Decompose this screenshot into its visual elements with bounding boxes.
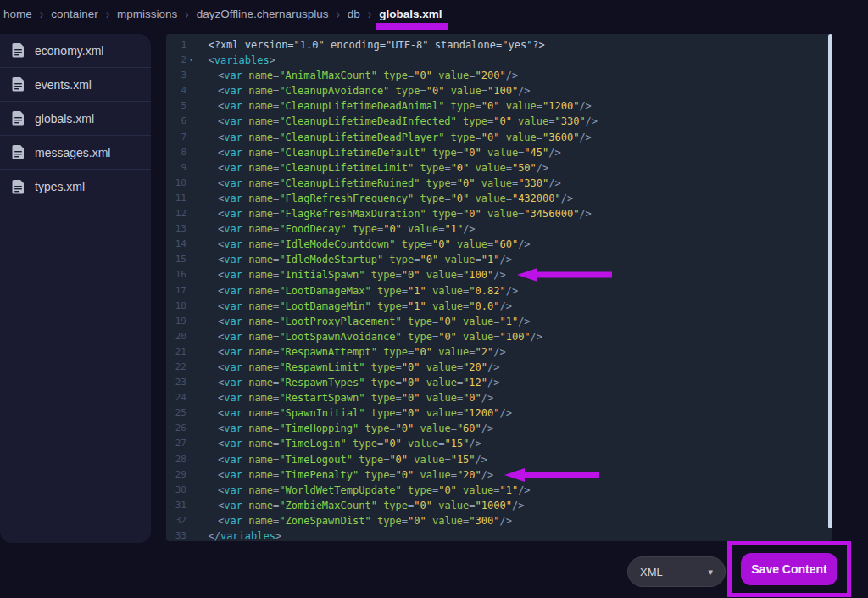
- sidebar-item-label: events.xml: [35, 78, 92, 92]
- code-line: 7<var name="CleanupLifetimeDeadPlayer" t…: [166, 130, 832, 145]
- code-editor[interactable]: 1 <?xml version="1.0" encoding="UTF-8" s…: [166, 34, 832, 541]
- breadcrumb-item-home[interactable]: home: [3, 8, 32, 20]
- annotation-arrow: [517, 268, 612, 282]
- sidebar-item-label: types.xml: [35, 180, 85, 193]
- code-line: 8<var name="CleanupLifetimeDefault" type…: [166, 145, 832, 160]
- breadcrumb-item-mpmissions[interactable]: mpmissions: [117, 8, 177, 20]
- breadcrumb-separator-icon: ›: [106, 6, 109, 22]
- annotation-save-highlight-box: Save Content: [727, 541, 851, 597]
- breadcrumb-separator-icon: ›: [336, 6, 339, 22]
- sidebar-item-label: economy.xml: [35, 44, 103, 58]
- code-line: 10<var name="CleanupLifetimeRuined" type…: [166, 176, 832, 191]
- code-line: 32<var name="ZoneSpawnDist" type="0" val…: [166, 513, 832, 528]
- sidebar-item-messages-xml[interactable]: messages.xml: [0, 136, 151, 170]
- code-line: 33 </variables>: [166, 528, 832, 541]
- breadcrumb: home›container›mpmissions›dayzOffline.ch…: [3, 0, 442, 27]
- code-line: 28<var name="TimeLogout" type="0" value=…: [166, 452, 832, 467]
- breadcrumb-separator-icon: ›: [40, 6, 43, 22]
- sidebar-item-types-xml[interactable]: types.xml: [0, 170, 151, 204]
- breadcrumb-item-db[interactable]: db: [348, 8, 360, 20]
- breadcrumb-item-dayzOffline-chernarusplus[interactable]: dayzOffline.chernarusplus: [197, 8, 329, 20]
- chevron-down-icon: ▾: [708, 567, 713, 578]
- code-line: 11<var name="FlagRefreshFrequency" type=…: [166, 191, 832, 206]
- code-line: 4<var name="CleanupAvoidance" type="0" v…: [166, 83, 832, 98]
- code-line: 2▾ <variables>: [166, 53, 832, 68]
- annotation-arrow: [504, 468, 599, 482]
- sidebar-item-events-xml[interactable]: events.xml: [0, 68, 151, 102]
- code-line: 31<var name="ZombieMaxCount" type="0" va…: [166, 498, 832, 513]
- code-line: 24<var name="RestartSpawn" type="0" valu…: [166, 390, 832, 405]
- file-icon: [12, 43, 25, 58]
- code-line: 27<var name="TimeLogin" type="0" value="…: [166, 436, 832, 451]
- code-line: 16<var name="InitialSpawn" type="0" valu…: [166, 267, 832, 282]
- file-icon: [12, 180, 25, 194]
- format-dropdown[interactable]: XML ▾: [627, 556, 726, 587]
- code-line: 21<var name="RespawnAttempt" type="0" va…: [166, 344, 832, 360]
- code-line: 1 <?xml version="1.0" encoding="UTF-8" s…: [166, 37, 832, 53]
- code-line: 14<var name="IdleModeCountdown" type="0"…: [166, 237, 832, 252]
- code-line: 18<var name="LootDamageMin" type="1" val…: [166, 299, 832, 314]
- code-line: 30<var name="WorldWetTempUpdate" type="0…: [166, 483, 832, 498]
- code-line: 29<var name="TimePenalty" type="0" value…: [166, 467, 832, 483]
- sidebar-item-label: messages.xml: [35, 146, 110, 159]
- code-line: 3<var name="AnimalMaxCount" type="0" val…: [166, 68, 832, 83]
- breadcrumb-item-container[interactable]: container: [51, 8, 98, 20]
- code-line: 17<var name="LootDamageMax" type="1" val…: [166, 283, 832, 299]
- code-line: 15<var name="IdleModeStartup" type="0" v…: [166, 252, 832, 267]
- file-icon: [12, 111, 25, 126]
- code-line: 26<var name="TimeHopping" type="0" value…: [166, 421, 832, 436]
- file-icon: [12, 145, 25, 159]
- sidebar-item-economy-xml[interactable]: economy.xml: [0, 34, 151, 68]
- code-line: 19<var name="LootProxyPlacement" type="0…: [166, 314, 832, 329]
- code-line: 22<var name="RespawnLimit" type="0" valu…: [166, 360, 832, 375]
- sidebar-item-label: globals.xml: [35, 112, 94, 126]
- sidebar-item-globals-xml[interactable]: globals.xml: [0, 102, 151, 136]
- annotation-underline: [376, 23, 448, 30]
- code-line: 13<var name="FoodDecay" type="0" value="…: [166, 221, 832, 237]
- code-line: 23<var name="RespawnTypes" type="0" valu…: [166, 375, 832, 390]
- file-sidebar: economy.xmlevents.xmlglobals.xmlmessages…: [0, 34, 151, 543]
- code-line: 9<var name="CleanupLifetimeLimit" type="…: [166, 160, 832, 176]
- code-line: 25<var name="SpawnInitial" type="0" valu…: [166, 405, 832, 421]
- save-content-button[interactable]: Save Content: [741, 553, 837, 585]
- breadcrumb-item-globals-xml[interactable]: globals.xml: [379, 8, 442, 20]
- code-line: 6<var name="CleanupLifetimeDeadInfected"…: [166, 114, 832, 129]
- code-line: 20<var name="LootSpawnAvoidance" type="0…: [166, 329, 832, 344]
- breadcrumb-separator-icon: ›: [368, 6, 371, 22]
- editor-scrollbar[interactable]: [828, 34, 832, 528]
- code-line: 5<var name="CleanupLifetimeDeadAnimal" t…: [166, 98, 832, 114]
- breadcrumb-separator-icon: ›: [185, 6, 188, 22]
- code-line: 12<var name="FlagRefreshMaxDuration" typ…: [166, 206, 832, 221]
- file-icon: [12, 77, 25, 92]
- format-dropdown-value: XML: [640, 566, 708, 578]
